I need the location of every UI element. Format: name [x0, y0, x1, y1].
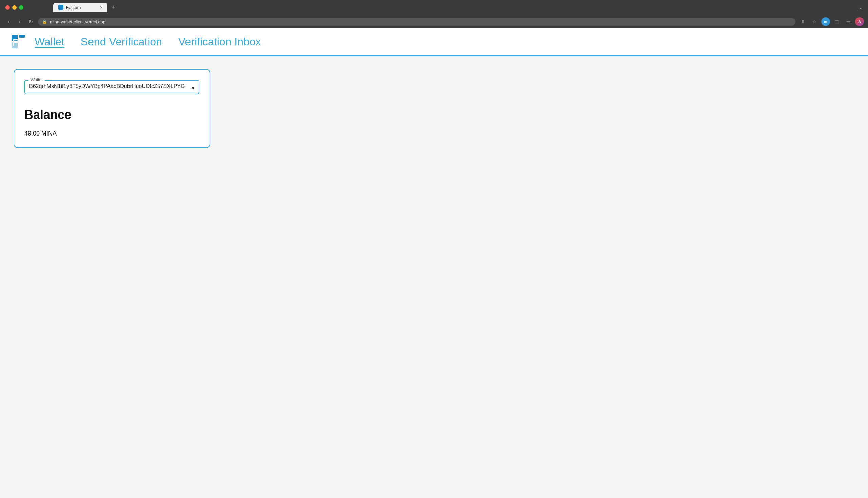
balance-value: 49.00 MINA — [24, 130, 199, 137]
tab-close-button[interactable]: × — [100, 5, 103, 10]
sidebar-toggle-button[interactable]: ▭ — [844, 17, 853, 26]
toolbar-right: ⬆ ☆ m ⬚ ▭ A — [798, 17, 864, 26]
svg-rect-1 — [19, 35, 25, 38]
extensions-button[interactable]: ⬚ — [832, 17, 842, 26]
traffic-lights — [5, 5, 23, 10]
forward-icon: › — [18, 18, 20, 25]
sidebar-icon: ▭ — [846, 19, 851, 24]
balance-title: Balance — [24, 108, 199, 122]
browser-titlebar: Factum × + ⌄ — [0, 0, 868, 15]
tab-favicon — [58, 5, 63, 10]
minimize-button[interactable] — [12, 5, 17, 10]
share-button[interactable]: ⬆ — [798, 17, 808, 26]
main-content: Wallet B62qrhMsN1if1y8T5yDWYBp4PAaqBDubr… — [0, 55, 868, 161]
wallet-card: Wallet B62qrhMsN1if1y8T5yDWYBp4PAaqBDubr… — [14, 69, 210, 148]
svg-text:F: F — [12, 37, 18, 48]
back-button[interactable]: ‹ — [4, 17, 14, 26]
puzzle-icon: ⬚ — [835, 19, 839, 24]
app-container: F Wallet Send Verification Verification … — [0, 28, 868, 498]
active-tab[interactable]: Factum × — [53, 3, 107, 12]
new-tab-button[interactable]: + — [109, 3, 118, 12]
tab-bar: Factum × + — [48, 3, 124, 12]
refresh-button[interactable]: ↻ — [26, 17, 35, 26]
url-text: mina-wallet-client.vercel.app — [50, 19, 105, 24]
lock-icon: 🔒 — [42, 19, 47, 24]
window-controls-chevron: ⌄ — [858, 5, 863, 10]
browser-chrome: Factum × + ⌄ ‹ › ↻ 🔒 mina-wallet-client.… — [0, 0, 868, 28]
address-bar[interactable]: 🔒 mina-wallet-client.vercel.app — [38, 18, 795, 26]
wallet-select-wrapper: Wallet B62qrhMsN1if1y8T5yDWYBp4PAaqBDubr… — [24, 80, 199, 94]
bookmark-button[interactable]: ☆ — [810, 17, 819, 26]
app-logo: F — [10, 34, 26, 50]
wallet-address-select[interactable]: B62qrhMsN1if1y8T5yDWYBp4PAaqBDubrHuoUDfc… — [29, 83, 195, 89]
forward-button[interactable]: › — [15, 17, 24, 26]
close-button[interactable] — [5, 5, 10, 10]
tab-title: Factum — [66, 5, 81, 10]
app-nav: Wallet Send Verification Verification In… — [33, 28, 263, 55]
wallet-select-label: Wallet — [28, 77, 45, 82]
profile-avatar[interactable]: m — [821, 17, 830, 26]
nav-wallet[interactable]: Wallet — [33, 28, 66, 55]
nav-buttons: ‹ › ↻ — [4, 17, 35, 26]
refresh-icon: ↻ — [28, 18, 33, 25]
nav-send-verification[interactable]: Send Verification — [79, 28, 163, 55]
logo-icon: F — [10, 34, 26, 50]
back-icon: ‹ — [8, 18, 10, 25]
star-icon: ☆ — [813, 19, 817, 24]
share-icon: ⬆ — [801, 19, 805, 24]
maximize-button[interactable] — [19, 5, 23, 10]
app-header: F Wallet Send Verification Verification … — [0, 28, 868, 55]
browser-toolbar: ‹ › ↻ 🔒 mina-wallet-client.vercel.app ⬆ … — [0, 15, 868, 28]
user-avatar[interactable]: A — [855, 17, 864, 26]
nav-verification-inbox[interactable]: Verification Inbox — [177, 28, 263, 55]
